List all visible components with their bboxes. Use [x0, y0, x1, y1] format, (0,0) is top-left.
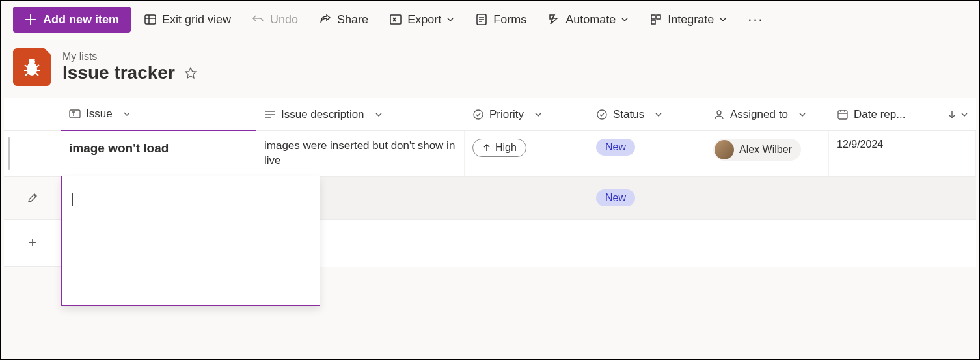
arrow-down-icon: [947, 110, 957, 119]
share-icon: [319, 13, 332, 26]
export-label: Export: [407, 13, 441, 27]
share-label: Share: [337, 13, 368, 27]
column-header-description[interactable]: Issue description: [256, 98, 465, 131]
undo-label: Undo: [270, 13, 298, 27]
svg-rect-3: [651, 15, 655, 19]
command-bar: Add new item Exit grid view Undo Share E…: [1, 1, 979, 38]
cell-status[interactable]: New: [588, 131, 705, 177]
page-title: Issue tracker: [62, 62, 197, 83]
chevron-down-icon: [123, 110, 131, 118]
cell-empty: [588, 220, 705, 267]
export-button[interactable]: Export: [381, 7, 462, 33]
date-icon: [837, 109, 849, 120]
forms-label: Forms: [493, 13, 526, 27]
cell-date-reported[interactable]: 12/9/2024: [829, 131, 976, 177]
data-grid: Issue Issue description Priority Status …: [4, 98, 976, 267]
chevron-down-icon: [534, 111, 542, 118]
status-pill: New: [596, 139, 635, 156]
column-header-date-reported[interactable]: Date rep...: [829, 98, 976, 131]
cell-status[interactable]: New: [588, 177, 705, 220]
grid-icon: [144, 13, 157, 26]
cell-date-reported[interactable]: [829, 177, 976, 220]
chevron-down-icon: [719, 16, 727, 23]
svg-rect-5: [651, 20, 655, 24]
plus-icon: [25, 14, 36, 25]
svg-rect-8: [70, 110, 80, 118]
excel-icon: [389, 13, 402, 26]
integrate-label: Integrate: [668, 13, 714, 27]
undo-button[interactable]: Undo: [244, 7, 306, 33]
priority-label: High: [495, 142, 517, 154]
column-label: Status: [613, 108, 644, 121]
more-actions-button[interactable]: ···: [740, 7, 771, 33]
integrate-icon: [649, 13, 662, 26]
list-icon: [13, 48, 51, 86]
undo-icon: [252, 13, 265, 26]
integrate-button[interactable]: Integrate: [642, 7, 735, 33]
column-header-assigned-to[interactable]: Assigned to: [705, 98, 829, 131]
page-header: My lists Issue tracker: [1, 38, 979, 98]
more-icon: ···: [748, 11, 763, 28]
flow-icon: [547, 13, 560, 26]
forms-button[interactable]: Forms: [467, 7, 534, 33]
add-new-item-button[interactable]: Add new item: [13, 7, 131, 33]
exit-grid-view-label: Exit grid view: [162, 13, 231, 27]
column-header-priority[interactable]: Priority: [465, 98, 588, 131]
page-title-text: Issue tracker: [62, 62, 175, 83]
chevron-down-icon: [621, 16, 629, 23]
grid-header-row: Issue Issue description Priority Status …: [4, 98, 976, 131]
issue-title-input[interactable]: [61, 176, 320, 306]
svg-rect-12: [838, 111, 847, 119]
choice-icon: [472, 109, 484, 120]
chevron-down-icon: [798, 111, 806, 118]
date-text: 12/9/2024: [837, 139, 883, 150]
row-gutter[interactable]: [4, 131, 61, 177]
breadcrumb[interactable]: My lists: [62, 51, 197, 62]
cell-priority[interactable]: [465, 177, 588, 220]
chevron-down-icon: [960, 111, 968, 118]
add-new-item-label: Add new item: [43, 13, 119, 27]
cell-issue-editing[interactable]: [61, 177, 256, 220]
svg-rect-4: [657, 15, 660, 19]
share-button[interactable]: Share: [311, 7, 376, 33]
cell-assigned-to[interactable]: [705, 177, 829, 220]
edit-icon: [27, 192, 38, 204]
chevron-down-icon: [446, 16, 454, 23]
column-label: Assigned to: [730, 108, 788, 121]
column-header-status[interactable]: Status: [588, 98, 705, 131]
table-row[interactable]: image won't load images were inserted bu…: [4, 131, 976, 177]
avatar: [715, 140, 734, 159]
person-chip: Alex Wilber: [713, 139, 801, 161]
chevron-down-icon: [375, 111, 383, 118]
priority-pill: High: [472, 139, 526, 157]
automate-button[interactable]: Automate: [539, 7, 636, 33]
exit-grid-view-button[interactable]: Exit grid view: [136, 7, 239, 33]
cell-description[interactable]: images were inserted but don't show in l…: [256, 131, 465, 177]
multiline-text-icon: [264, 109, 276, 120]
row-selector-header: [4, 98, 61, 131]
favorite-star-icon[interactable]: [184, 66, 197, 79]
table-row-editing[interactable]: New: [4, 177, 976, 220]
cell-assigned-to[interactable]: Alex Wilber: [705, 131, 829, 177]
column-label: Date rep...: [854, 108, 905, 121]
bug-icon: [21, 56, 43, 78]
chevron-down-icon: [655, 111, 662, 118]
column-header-issue[interactable]: Issue: [61, 98, 256, 131]
row-gutter[interactable]: [4, 177, 61, 220]
person-name: Alex Wilber: [739, 144, 792, 156]
sort-indicator: [947, 110, 968, 119]
add-row-gutter[interactable]: +: [4, 220, 61, 267]
plus-icon[interactable]: +: [29, 234, 37, 251]
cell-issue[interactable]: image won't load: [61, 131, 256, 177]
cell-priority[interactable]: High: [465, 131, 588, 177]
automate-label: Automate: [565, 13, 616, 27]
svg-rect-1: [390, 15, 401, 24]
svg-rect-0: [145, 15, 156, 24]
cell-empty: [705, 220, 829, 267]
arrow-up-icon: [482, 143, 491, 152]
person-icon: [713, 109, 725, 120]
cell-empty: [829, 220, 976, 267]
cell-empty: [465, 220, 588, 267]
choice-icon: [596, 109, 608, 120]
svg-point-11: [717, 111, 721, 115]
